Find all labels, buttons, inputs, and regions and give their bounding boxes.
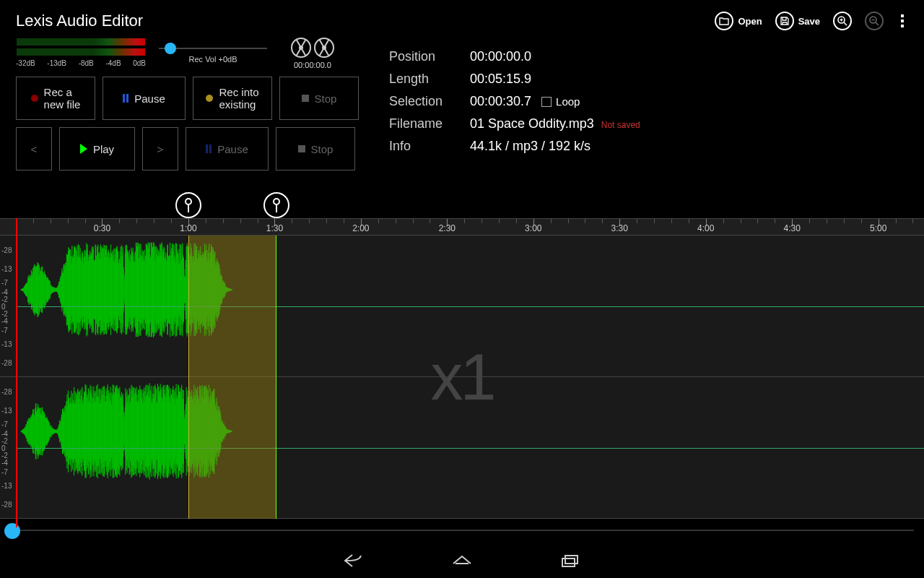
svg-line-5	[876, 22, 879, 25]
pause-icon	[206, 144, 212, 153]
save-icon	[775, 12, 794, 30]
selection-region[interactable]	[188, 236, 276, 519]
prev-button[interactable]: <	[16, 127, 52, 171]
next-button[interactable]: >	[142, 127, 178, 171]
stop-rec-button[interactable]: Stop	[279, 77, 359, 120]
save-button[interactable]: Save	[775, 12, 820, 30]
play-button[interactable]: Play	[59, 127, 135, 171]
svg-point-9	[274, 199, 279, 204]
info-panel: Position00:00:00.0 Length00:05:15.9 Sele…	[359, 38, 642, 178]
reel-icon	[291, 38, 311, 58]
record-icon	[31, 95, 38, 102]
back-nav-button[interactable]	[339, 546, 368, 575]
open-button[interactable]: Open	[715, 12, 762, 30]
svg-rect-12	[565, 556, 578, 564]
home-nav-button[interactable]	[448, 546, 476, 575]
playhead[interactable]	[16, 218, 17, 527]
svg-point-7	[186, 199, 191, 204]
reel-icon	[314, 38, 334, 58]
rec-volume-label: Rec Vol +0dB	[159, 55, 267, 64]
slider-knob-icon[interactable]	[4, 523, 20, 539]
selection-end-marker[interactable]	[263, 192, 289, 218]
rec-new-file-button[interactable]: Rec a new file	[16, 77, 95, 120]
open-icon	[715, 12, 733, 30]
record-into-icon	[206, 95, 213, 102]
waveform-display[interactable]: x1 0-2-2-4-4-7-7-13-13-28-28 0-2-2-4-4-7…	[0, 236, 924, 519]
pause-icon	[123, 94, 128, 103]
rec-volume-slider[interactable]: Rec Vol +0dB	[159, 38, 267, 64]
stop-icon	[298, 145, 305, 152]
time-ruler[interactable]: 0:301:001:302:002:303:003:304:004:305:00	[0, 218, 924, 236]
slider-knob-icon[interactable]	[165, 43, 176, 54]
loop-checkbox[interactable]	[541, 97, 552, 107]
pause-play-button[interactable]: Pause	[186, 127, 269, 171]
play-icon	[80, 144, 87, 154]
pause-rec-button[interactable]: Pause	[103, 77, 186, 120]
vu-meter: -32dB-13dB-8dB-4dB0dB	[16, 38, 146, 67]
recent-nav-button[interactable]	[556, 546, 585, 575]
zoom-in-button[interactable]	[833, 12, 852, 30]
rec-into-existing-button[interactable]: Rec into existing	[193, 77, 272, 120]
svg-line-1	[844, 22, 847, 25]
stop-play-button[interactable]: Stop	[276, 127, 355, 171]
zoom-out-button[interactable]	[865, 12, 884, 30]
overflow-menu-button[interactable]	[897, 14, 908, 27]
stop-icon	[302, 95, 309, 102]
app-title: Lexis Audio Editor	[16, 12, 143, 30]
selection-start-marker[interactable]	[175, 192, 201, 218]
tape-reels: 00:00:00.0	[280, 38, 345, 69]
not-saved-badge: Not saved	[601, 120, 640, 130]
svg-rect-11	[562, 558, 575, 566]
timeline-scrollbar[interactable]	[0, 522, 924, 539]
